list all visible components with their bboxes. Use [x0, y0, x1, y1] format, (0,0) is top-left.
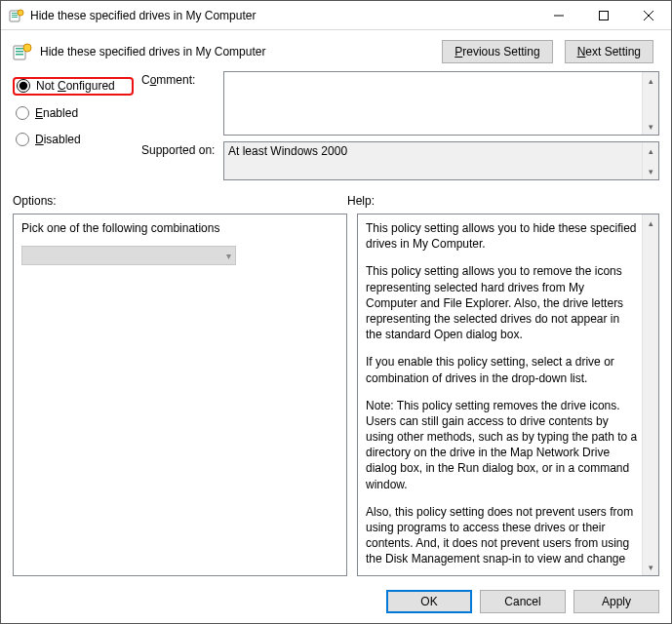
svg-rect-2 [12, 15, 18, 16]
comment-textarea[interactable]: ▴ ▾ [223, 71, 659, 136]
section-labels: Options: Help: [1, 180, 671, 210]
policy-subtitle: Hide these specified drives in My Comput… [40, 45, 434, 58]
next-setting-button[interactable]: Next Setting [565, 40, 653, 63]
footer-buttons: OK Cancel Apply [1, 584, 671, 623]
policy-icon [9, 8, 24, 23]
minimize-button[interactable] [536, 1, 581, 30]
supported-on-box: At least Windows 2000 ▴ ▾ [223, 141, 659, 180]
supported-scrollbar: ▴ ▾ [642, 142, 658, 179]
svg-rect-10 [16, 48, 23, 50]
svg-rect-3 [12, 17, 18, 18]
titlebar: Hide these specified drives in My Comput… [1, 1, 671, 30]
maximize-button[interactable] [581, 1, 626, 30]
options-label: Options: [13, 194, 347, 208]
close-button[interactable] [626, 1, 671, 30]
previous-setting-button[interactable]: Previous Setting [442, 40, 552, 63]
radio-enabled[interactable]: Enabled [13, 105, 134, 122]
radio-disabled-input[interactable] [16, 133, 29, 146]
panes: Pick one of the following combinations ▾… [1, 210, 671, 584]
scroll-down-icon: ▾ [643, 163, 658, 179]
combinations-dropdown[interactable]: ▾ [21, 246, 236, 265]
supported-on-value: At least Windows 2000 [228, 144, 641, 177]
scroll-up-icon[interactable]: ▴ [643, 214, 658, 231]
state-radios: Not Configured Enabled Disabled [13, 71, 134, 180]
help-pane: This policy setting allows you to hide t… [357, 214, 659, 576]
subheader: Hide these specified drives in My Comput… [1, 30, 671, 65]
window-title: Hide these specified drives in My Comput… [30, 9, 536, 22]
svg-rect-1 [12, 13, 18, 14]
scroll-up-icon[interactable]: ▴ [643, 72, 658, 89]
svg-rect-6 [600, 11, 609, 20]
radio-enabled-input[interactable] [16, 106, 29, 120]
policy-icon-large [13, 42, 32, 61]
svg-point-4 [18, 10, 23, 16]
upper-area: Not Configured Enabled Disabled Comment:… [1, 65, 671, 180]
cancel-button[interactable]: Cancel [480, 590, 566, 613]
ok-button[interactable]: OK [386, 590, 472, 613]
svg-rect-11 [16, 51, 23, 53]
gpo-editor-window: Hide these specified drives in My Comput… [0, 0, 672, 624]
svg-rect-12 [16, 54, 23, 56]
help-label: Help: [347, 194, 659, 208]
supported-label: Supported on: [141, 141, 217, 157]
help-text: This policy setting allows you to hide t… [366, 220, 639, 569]
comment-scrollbar[interactable]: ▴ ▾ [642, 72, 658, 135]
scroll-up-icon: ▴ [643, 142, 658, 159]
svg-point-13 [23, 44, 31, 52]
chevron-down-icon: ▾ [226, 250, 231, 263]
scroll-down-icon[interactable]: ▾ [643, 559, 658, 575]
combo-label: Pick one of the following combinations [21, 220, 327, 236]
radio-not-configured[interactable]: Not Configured [13, 77, 134, 96]
comment-label: Comment: [141, 71, 217, 87]
radio-disabled[interactable]: Disabled [13, 132, 134, 148]
help-scrollbar[interactable]: ▴ ▾ [642, 214, 658, 575]
comment-grid: Comment: ▴ ▾ Supported on: At least Wind… [141, 71, 659, 180]
scroll-down-icon[interactable]: ▾ [643, 118, 658, 135]
radio-not-configured-input[interactable] [17, 79, 30, 93]
options-pane: Pick one of the following combinations ▾ [13, 214, 347, 576]
apply-button[interactable]: Apply [573, 590, 659, 613]
